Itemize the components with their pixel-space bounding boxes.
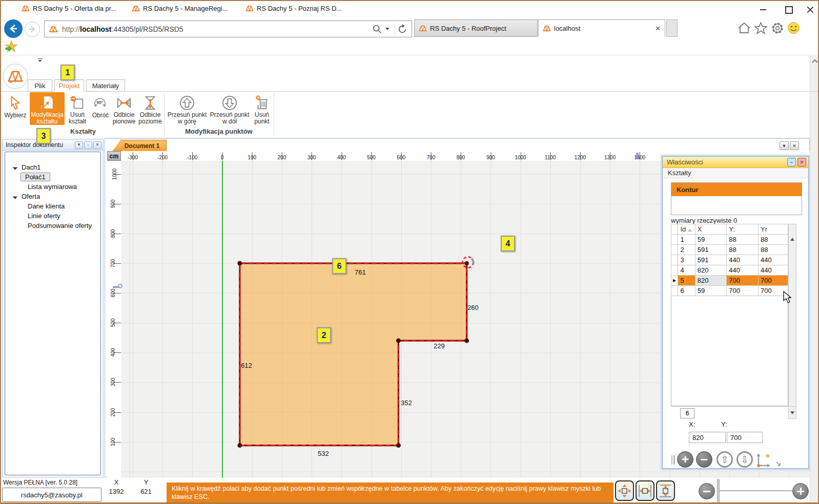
properties-minimize-button[interactable]: − <box>787 158 796 166</box>
ribbon-tab-materialy[interactable]: Materiały <box>86 79 125 92</box>
zoom-out-button[interactable] <box>699 483 715 499</box>
page-scrollbar[interactable] <box>810 56 819 502</box>
favorite-item-3[interactable]: RS Dachy 5 - Poznaj RS D... <box>245 5 342 12</box>
col-header-yr[interactable]: Yr <box>758 224 788 235</box>
table-row-point-5[interactable]: ▶5820700700 <box>671 276 788 286</box>
favorite-item-2[interactable]: RS Dachy 5 - ManageRegi... <box>132 5 228 12</box>
tree-node-lista-wymiarowa[interactable]: Lista wymiarowa <box>5 182 100 191</box>
col-header-y[interactable]: Y: <box>727 224 759 235</box>
selection-item-kontur[interactable]: Kontur <box>671 183 802 196</box>
favorites-star-icon[interactable] <box>754 22 767 34</box>
browser-tab-localhost[interactable]: localhost ✕ <box>538 19 665 37</box>
delete-shape-button[interactable]: Usuń kształt <box>66 92 89 125</box>
document-tabs-dropdown-button[interactable]: ▼ <box>780 141 789 150</box>
window-maximize-button[interactable] <box>777 2 801 17</box>
zoom-in-button[interactable] <box>792 483 809 499</box>
forward-button[interactable] <box>25 22 40 37</box>
col-header-x[interactable]: X <box>695 224 727 235</box>
tree-node-oferta[interactable]: Oferta <box>5 192 100 201</box>
table-row-point-4[interactable]: 4820440440 <box>671 265 788 276</box>
cell[interactable]: 59 <box>695 286 727 296</box>
tree-expand-icon[interactable] <box>13 164 18 170</box>
cell[interactable]: 2 <box>678 245 695 255</box>
table-row-point-2[interactable]: 25918888 <box>671 245 788 255</box>
cell[interactable]: 1 <box>678 235 695 245</box>
vertex-point-4[interactable] <box>464 339 469 343</box>
point-count-field[interactable]: 6 <box>680 408 694 418</box>
table-scrollbar[interactable] <box>788 224 796 419</box>
app-logo[interactable] <box>3 64 28 89</box>
scroll-up-icon[interactable] <box>790 238 794 241</box>
add-point-button[interactable]: + <box>677 451 693 468</box>
tree-expand-icon[interactable] <box>13 194 18 199</box>
fit-all-button[interactable] <box>615 480 634 501</box>
cell[interactable]: 440 <box>727 255 759 265</box>
table-row-point-1[interactable]: 1598888 <box>671 235 788 245</box>
window-close-button[interactable] <box>798 2 819 17</box>
account-field[interactable]: rsdachy5@zasoby.pl <box>2 488 101 502</box>
inspector-dropdown-button[interactable]: ▼ <box>75 141 83 149</box>
url-text[interactable]: http://localhost:44305/pl/RSD5/RSD5 <box>62 25 183 33</box>
remove-point-button[interactable]: − <box>696 451 712 468</box>
cell[interactable]: 59 <box>695 235 727 245</box>
move-point-up-button[interactable]: Przesuń punkt w górę <box>166 92 208 125</box>
ribbon-tab-plik[interactable]: Plik <box>28 79 52 92</box>
y-coord-input[interactable]: 700 <box>727 432 763 443</box>
zoom-slider-track[interactable] <box>718 490 793 491</box>
roof-outline-shape[interactable] <box>240 263 467 446</box>
quick-access-toolbar-toggle[interactable] <box>37 58 43 64</box>
window-minimize-button[interactable] <box>751 2 775 17</box>
move-point-down-button[interactable]: Przesuń punkt w dół <box>209 92 251 125</box>
cell[interactable]: 88 <box>758 235 788 245</box>
vertex-point-6[interactable] <box>237 261 242 266</box>
cell[interactable]: 440 <box>758 265 788 276</box>
properties-menu-ksztalty[interactable]: Kształty <box>663 168 808 178</box>
tree-node-dane-klienta[interactable]: Dane klienta <box>5 201 100 211</box>
cell[interactable]: 820 <box>695 265 727 276</box>
search-icon[interactable] <box>372 24 382 34</box>
properties-header[interactable]: Właściwości − ✕ <box>663 157 808 168</box>
cell[interactable]: 591 <box>695 245 727 255</box>
back-button[interactable] <box>4 19 23 38</box>
zoom-slider-handle[interactable] <box>717 479 720 503</box>
properties-close-button[interactable]: ✕ <box>797 158 806 166</box>
vertex-point-2[interactable] <box>396 443 401 448</box>
tree-node-podsumowanie-oferty[interactable]: Podsumowanie oferty <box>5 221 100 230</box>
delete-point-button[interactable]: Usuń punkt <box>251 92 273 125</box>
cell[interactable]: 4 <box>678 265 695 276</box>
cell[interactable]: 591 <box>695 255 727 265</box>
inspector-close-button[interactable]: ✕ <box>93 141 101 149</box>
document-close-button[interactable]: ✕ <box>790 141 799 150</box>
flip-vertical-button[interactable]: Odbicie pionowe <box>112 92 136 125</box>
cell[interactable]: 440 <box>727 265 759 276</box>
search-dropdown-icon[interactable] <box>385 28 390 30</box>
ribbon-tab-projekt[interactable]: Projekt <box>54 79 84 92</box>
cell[interactable]: 700 <box>727 276 759 286</box>
inspector-minimize-button[interactable]: ▫ <box>84 141 92 149</box>
fit-height-button[interactable] <box>656 480 675 501</box>
add-favorite-star-icon[interactable] <box>5 40 17 52</box>
home-icon[interactable] <box>738 22 751 34</box>
cell[interactable]: 700 <box>727 286 759 296</box>
document-tab[interactable]: Document 1 <box>112 140 167 152</box>
tree-node-polac1-selected[interactable]: Połać1 <box>5 172 100 181</box>
rotate-button[interactable]: 90° Obróć <box>90 92 111 125</box>
select-tool-button[interactable]: Wybierz <box>2 92 29 125</box>
browser-tab-roofproject[interactable]: RS Dachy 5 - RoofProject <box>414 19 538 37</box>
cell[interactable]: 6 <box>678 286 695 296</box>
vertex-point-1[interactable] <box>237 443 242 448</box>
point-up-button[interactable]: ⇧ <box>716 451 733 468</box>
refresh-icon[interactable] <box>397 24 407 34</box>
cell[interactable]: 3 <box>678 255 695 265</box>
address-bar[interactable]: http://localhost:44305/pl/RSD5/RSD5 <box>44 20 412 37</box>
cell[interactable]: 5 <box>678 276 695 286</box>
new-tab-stub[interactable] <box>666 19 678 37</box>
feedback-smiley-icon[interactable] <box>787 22 800 34</box>
col-header-id[interactable]: Id <box>678 224 695 235</box>
cell[interactable]: 88 <box>727 245 759 255</box>
vertex-point-5[interactable] <box>465 261 469 265</box>
table-row-point-6[interactable]: 659700700 <box>671 286 788 296</box>
cell[interactable]: 440 <box>758 255 788 265</box>
point-down-button[interactable]: ⇩ <box>736 451 753 468</box>
favorite-item-1[interactable]: RS Dachy 5 - Oferta dla pr... <box>22 5 116 12</box>
